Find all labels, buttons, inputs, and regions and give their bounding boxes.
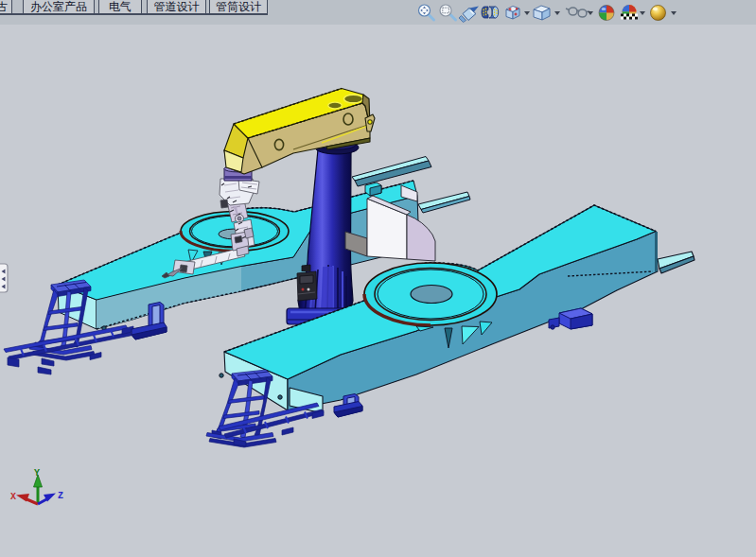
svg-text:Y: Y [34,468,40,479]
svg-text:X: X [10,492,16,502]
svg-text:Z: Z [58,491,63,501]
